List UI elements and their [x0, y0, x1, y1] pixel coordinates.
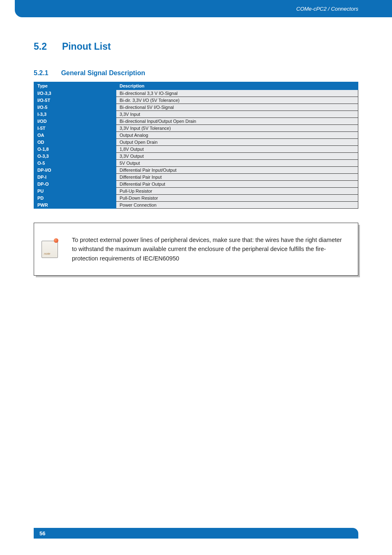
description-cell: 3,3V Output	[116, 153, 358, 160]
description-cell: Pull-Up Resistor	[116, 188, 358, 195]
description-cell: Power Connection	[116, 202, 358, 209]
description-cell: 1,8V Output	[116, 146, 358, 153]
header-bar: COMe-cPC2 / Connectors	[15, 0, 392, 17]
subsection-number: 5.2.1	[34, 69, 58, 77]
section-heading: 5.2 Pinout List	[34, 38, 358, 53]
table-row: PUPull-Up Resistor	[34, 188, 358, 195]
type-cell: I/O-5T	[34, 97, 116, 104]
type-cell: I-5T	[34, 125, 116, 132]
table-row: I/O-3,3Bi-directional 3,3 V IO-Signal	[34, 90, 358, 97]
note-icon-label: note	[44, 252, 51, 256]
note-icon: note	[42, 241, 61, 258]
note-box: note To protect external power lines of …	[34, 223, 358, 276]
note-text: To protect external power lines of perip…	[72, 235, 346, 263]
type-cell: I/O-3,3	[34, 90, 116, 97]
description-cell: Bi-directional 5V I/O-Signal	[116, 104, 358, 111]
section-number: 5.2	[34, 41, 58, 52]
type-cell: DP-O	[34, 181, 116, 188]
type-cell: DP-I	[34, 174, 116, 181]
breadcrumb: COMe-cPC2 / Connectors	[296, 6, 358, 12]
type-cell: O-5	[34, 160, 116, 167]
type-cell: PU	[34, 188, 116, 195]
table-row: DP-I/ODifferential Pair Input/Output	[34, 167, 358, 174]
description-cell: 3,3V Input (5V Tolerance)	[116, 125, 358, 132]
type-cell: OD	[34, 139, 116, 146]
description-cell: Pull-Down Resistor	[116, 195, 358, 202]
type-cell: O-1,8	[34, 146, 116, 153]
type-cell: PWR	[34, 202, 116, 209]
description-cell: Differential Pair Input	[116, 174, 358, 181]
description-cell: Bi-directional 3,3 V IO-Signal	[116, 90, 358, 97]
description-cell: 3,3V Input	[116, 111, 358, 118]
table-row: PWRPower Connection	[34, 202, 358, 209]
type-cell: PD	[34, 195, 116, 202]
table-row: I/ODBi-directional Input/Output Open Dra…	[34, 118, 358, 125]
type-cell: I/OD	[34, 118, 116, 125]
page-number: 56	[39, 530, 45, 537]
table-row: O-55V Output	[34, 160, 358, 167]
type-cell: I/O-5	[34, 104, 116, 111]
page-content: 5.2 Pinout List 5.2.1 General Signal Des…	[0, 17, 392, 276]
description-cell: Output Analog	[116, 132, 358, 139]
page-footer: 56	[34, 528, 358, 539]
type-cell: OA	[34, 132, 116, 139]
table-row: I/O-5TBi-dir. 3,3V I/O (5V Tolerance)	[34, 97, 358, 104]
type-cell: O-3,3	[34, 153, 116, 160]
table-row: O-3,33,3V Output	[34, 153, 358, 160]
table-row: OAOutput Analog	[34, 132, 358, 139]
description-cell: Bi-directional Input/Output Open Drain	[116, 118, 358, 125]
description-cell: Differential Pair Output	[116, 181, 358, 188]
subsection-heading: 5.2.1 General Signal Description	[34, 66, 358, 78]
col-header-type: Type	[34, 82, 116, 90]
table-row: I-3,33,3V Input	[34, 111, 358, 118]
description-cell: Differential Pair Input/Output	[116, 167, 358, 174]
table-row: O-1,81,8V Output	[34, 146, 358, 153]
section-title: Pinout List	[62, 41, 111, 52]
table-row: I/O-5Bi-directional 5V I/O-Signal	[34, 104, 358, 111]
table-row: I-5T3,3V Input (5V Tolerance)	[34, 125, 358, 132]
description-cell: 5V Output	[116, 160, 358, 167]
table-row: DP-IDifferential Pair Input	[34, 174, 358, 181]
table-row: PDPull-Down Resistor	[34, 195, 358, 202]
description-cell: Output Open Drain	[116, 139, 358, 146]
subsection-title: General Signal Description	[61, 69, 145, 76]
type-cell: I-3,3	[34, 111, 116, 118]
signal-description-table: Type Description I/O-3,3Bi-directional 3…	[34, 82, 358, 209]
description-cell: Bi-dir. 3,3V I/O (5V Tolerance)	[116, 97, 358, 104]
type-cell: DP-I/O	[34, 167, 116, 174]
table-row: DP-ODifferential Pair Output	[34, 181, 358, 188]
table-row: ODOutput Open Drain	[34, 139, 358, 146]
col-header-description: Description	[116, 82, 358, 90]
